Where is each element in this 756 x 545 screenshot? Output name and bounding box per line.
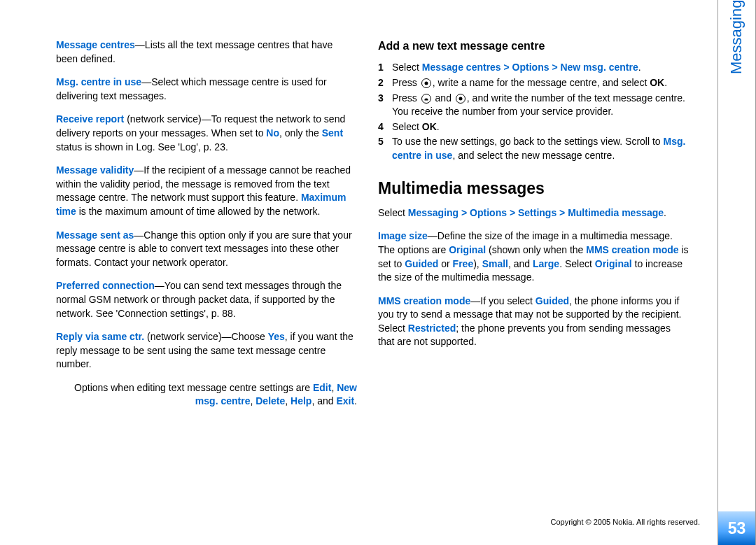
list-item: 2Press , write a name for the message ce… — [378, 76, 690, 90]
para-image-size: Image size—Define the size of the image … — [378, 229, 690, 284]
para-mms-creation-mode: MMS creation mode—If you select Guided, … — [378, 295, 690, 349]
term: Reply via same ctr. — [56, 331, 144, 342]
para-receive-report: Receive report (network service)—To requ… — [56, 113, 357, 154]
section-label: Messaging — [726, 0, 748, 511]
term: Msg. centre in use — [56, 76, 141, 87]
term: Receive report — [56, 113, 124, 125]
para-reply-via-same-ctr: Reply via same ctr. (network service)—Ch… — [56, 330, 357, 371]
list-item: 1Select Message centres > Options > New … — [378, 61, 690, 75]
term: Preferred connection — [56, 280, 155, 291]
page-number: 53 — [728, 517, 746, 539]
heading-multimedia-messages: Multimedia messages — [378, 177, 690, 199]
list-item: 3Press and , and write the number of the… — [378, 92, 690, 119]
para-message-centres: Message centres—Lists all the text messa… — [56, 38, 357, 66]
page-number-box: 53 — [718, 511, 755, 545]
para-message-validity: Message validity—If the recipient of a m… — [56, 164, 357, 218]
list-item: 4Select OK. — [378, 120, 690, 134]
nav-select-icon — [421, 78, 431, 88]
right-column: Add a new text message centre 1Select Me… — [378, 38, 710, 545]
nav-select-icon — [456, 94, 465, 104]
left-column: Message centres—Lists all the text messa… — [56, 38, 378, 545]
list-item: 5To use the new settings, go back to the… — [378, 135, 690, 162]
term: Message sent as — [56, 229, 134, 241]
term: MMS creation mode — [378, 295, 470, 306]
heading-add-text-message-centre: Add a new text message centre — [378, 38, 690, 54]
term: Image size — [378, 230, 428, 241]
para-mms-intro: Select Messaging > Options > Settings > … — [378, 206, 690, 220]
page-content: Message centres—Lists all the text messa… — [0, 0, 756, 545]
nav-down-icon — [421, 94, 431, 104]
options-note: Options when editing text message centre… — [56, 381, 357, 409]
term: Message validity — [56, 164, 134, 176]
para-preferred-connection: Preferred connection—You can send text m… — [56, 279, 357, 320]
term: Message centres — [56, 39, 135, 50]
para-message-sent-as: Message sent as—Change this option only … — [56, 229, 357, 270]
copyright-text: Copyright © 2005 Nokia. All rights reser… — [550, 517, 700, 528]
sidebar-tab: Messaging 53 — [718, 0, 756, 545]
numbered-list: 1Select Message centres > Options > New … — [378, 61, 690, 162]
para-msg-centre-in-use: Msg. centre in use—Select which message … — [56, 76, 357, 103]
